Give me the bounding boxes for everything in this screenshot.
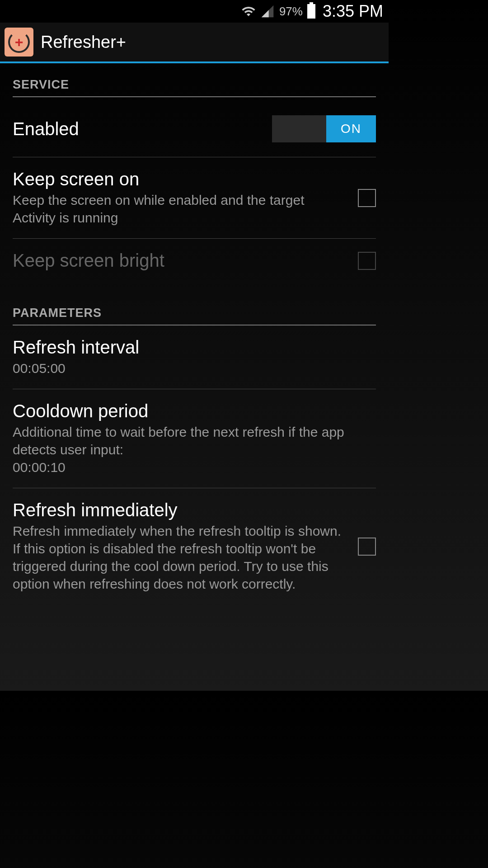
keep-screen-on-label: Keep screen on — [13, 169, 344, 189]
refresh-immediately-checkbox[interactable] — [358, 538, 376, 556]
section-header-parameters: PARAMETERS — [13, 301, 376, 326]
toggle-state-on: ON — [326, 115, 376, 142]
app-icon: + — [5, 28, 33, 57]
enabled-toggle[interactable]: ON — [272, 115, 376, 142]
setting-enabled[interactable]: Enabled ON — [13, 97, 376, 157]
refresh-immediately-label: Refresh immediately — [13, 500, 344, 520]
refresh-interval-label: Refresh interval — [13, 337, 362, 358]
setting-cooldown-period[interactable]: Cooldown period Additional time to wait … — [13, 389, 376, 488]
refresh-interval-value: 00:05:00 — [13, 359, 362, 377]
setting-refresh-interval[interactable]: Refresh interval 00:05:00 — [13, 326, 376, 389]
keep-screen-bright-checkbox — [358, 252, 376, 270]
wifi-icon — [241, 4, 256, 19]
battery-icon — [307, 4, 315, 19]
setting-keep-screen-on[interactable]: Keep screen on Keep the screen on while … — [13, 157, 376, 239]
keep-screen-bright-label: Keep screen bright — [13, 250, 344, 271]
cell-signal-icon — [260, 4, 275, 19]
status-bar: 97% 3:35 PM — [0, 0, 389, 23]
refresh-immediately-subtitle: Refresh immediately when the refresh too… — [13, 522, 344, 593]
cooldown-period-subtitle: Additional time to wait before the next … — [13, 423, 362, 476]
keep-screen-on-checkbox[interactable] — [358, 189, 376, 207]
app-header: + Refresher+ — [0, 23, 389, 63]
status-time: 3:35 PM — [323, 2, 383, 21]
setting-keep-screen-bright: Keep screen bright — [13, 239, 376, 283]
enabled-label: Enabled — [13, 119, 258, 139]
app-title: Refresher+ — [41, 33, 126, 52]
cooldown-period-label: Cooldown period — [13, 401, 362, 421]
battery-percent: 97% — [279, 5, 303, 19]
section-header-service: SERVICE — [13, 72, 376, 97]
setting-refresh-immediately[interactable]: Refresh immediately Refresh immediately … — [13, 488, 376, 604]
keep-screen-on-subtitle: Keep the screen on while enabled and the… — [13, 191, 344, 226]
